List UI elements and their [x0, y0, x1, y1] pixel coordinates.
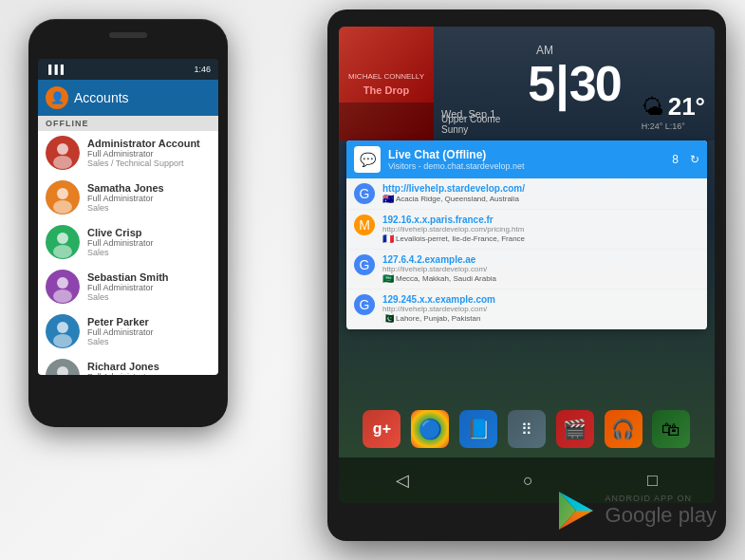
play-icon-container [555, 489, 598, 532]
livechat-visitor-count: 8 [672, 153, 679, 166]
phone-signal-icon: ▐▐▐ [46, 65, 64, 74]
contact-name-sebastian: Sebastian Smith [87, 271, 211, 283]
svg-point-10 [57, 277, 68, 289]
livechat-widget[interactable]: 💬 Live Chat (Offline) Visitors - demo.ch… [346, 140, 707, 329]
visitor-location-4: 🇵🇰 Lahore, Punjab, Pakistan [382, 313, 699, 324]
phone-time: 1:46 [194, 65, 211, 74]
visitor-ip-2: 192.16.x.x.paris.france.fr [382, 215, 699, 225]
livechat-refresh-icon[interactable]: ↻ [690, 153, 699, 166]
visitor-info-4: 129.245.x.x.example.com http://livehelp.… [382, 294, 699, 324]
visitor-info-1: http://livehelp.stardevelop.com/ 🇦🇺 Acac… [382, 183, 699, 204]
phone-header: 👤 Accounts [38, 80, 218, 116]
visitor-browser-3: G [354, 254, 375, 275]
weather-sun-icon: 🌤 [642, 94, 664, 121]
contact-info-administrator: Administrator Account Full Administrator… [87, 138, 211, 168]
contact-dept-clive: Sales [87, 248, 211, 257]
play-label: ANDROID APP ON [605, 494, 717, 503]
app-icon-chrome[interactable]: 🔵 [411, 410, 449, 448]
visitor-flag-3: 🇸🇦 [382, 273, 394, 284]
tablet-recent-btn[interactable]: □ [647, 471, 658, 491]
contact-role-richard: Full Administrator [87, 372, 211, 375]
contact-role-peter: Full Administrator [87, 327, 211, 337]
contact-info-richard: Richard Jones Full Administrator Sales [87, 361, 211, 375]
contact-item-administrator[interactable]: Administrator Account Full Administrator… [38, 131, 218, 176]
visitor-flag-2: 🇫🇷 [382, 233, 394, 244]
contact-role-sebastian: Full Administrator [87, 283, 211, 292]
contact-dept-peter: Sales [87, 337, 211, 346]
contact-role-samatha: Full Administrator [87, 194, 211, 203]
svg-point-2 [53, 156, 72, 169]
app-icon-books[interactable]: 📘 [459, 410, 497, 448]
svg-point-4 [57, 188, 68, 199]
app-icons-row: g+ 🔵 📘 ⠿ 🎬 🎧 🛍 [339, 404, 715, 454]
weather-temperature: 21° [668, 92, 705, 121]
tablet-device: MICHAEL CONNELLY The Drop AM 5 | 30 Wed,… [327, 9, 726, 541]
phone-speaker [109, 32, 147, 38]
livechat-visitor-4[interactable]: G 129.245.x.x.example.com http://livehel… [346, 289, 707, 329]
app-icon-store[interactable]: 🛍 [652, 410, 690, 448]
visitor-location-2: 🇫🇷 Levallois-perret, Ile-de-France, Fran… [382, 233, 699, 244]
visitor-location-1: 🇦🇺 Acacia Ridge, Queensland, Australia [382, 194, 699, 204]
contact-avatar-clive [46, 225, 80, 259]
visitor-flag-1: 🇦🇺 [382, 194, 394, 204]
livechat-title: Live Chat (Offline) [388, 148, 664, 161]
contact-item-peter[interactable]: Peter Parker Full Administrator Sales [38, 309, 218, 354]
play-title: Google play [605, 503, 717, 528]
svg-point-11 [53, 289, 72, 303]
contact-info-clive: Clive Crisp Full Administrator Sales [87, 227, 211, 257]
phone-status-left: ▐▐▐ [46, 65, 64, 74]
app-icon-music[interactable]: 🎧 [605, 410, 643, 448]
clock-time-display: 5 | 30 [528, 59, 620, 108]
weather-temp-display: 🌤 21° H:24° L:16° [642, 92, 705, 131]
livechat-visitor-1[interactable]: G http://livehelp.stardevelop.com/ 🇦🇺 Ac… [346, 178, 707, 210]
clock-separator: | [555, 59, 568, 108]
clock-minute: 30 [569, 59, 621, 108]
play-logo-text: ANDROID APP ON Google play [605, 494, 717, 528]
visitor-browser-1: G [354, 183, 375, 204]
contact-item-sebastian[interactable]: Sebastian Smith Full Administrator Sales [38, 265, 218, 309]
livechat-visitor-3[interactable]: G 127.6.4.2.example.ae http://livehelp.s… [346, 250, 707, 289]
livechat-header: 💬 Live Chat (Offline) Visitors - demo.ch… [346, 140, 707, 178]
visitor-ip-1: http://livehelp.stardevelop.com/ [382, 183, 699, 194]
contact-item-richard[interactable]: Richard Jones Full Administrator Sales [38, 354, 218, 375]
app-icon-apps[interactable]: ⠿ [508, 410, 546, 448]
tablet-home-btn[interactable]: ○ [523, 471, 533, 491]
contact-name-peter: Peter Parker [87, 316, 211, 327]
contact-avatar-sebastian [46, 270, 80, 304]
app-icon-video[interactable]: 🎬 [556, 410, 594, 448]
phone-status-bar: ▐▐▐ 1:46 [38, 59, 218, 80]
livechat-icon: 💬 [354, 146, 381, 173]
contact-item-samatha[interactable]: Samatha Jones Full Administrator Sales [38, 176, 218, 220]
visitor-location-3: 🇸🇦 Mecca, Makkah, Saudi Arabia [382, 273, 699, 284]
visitor-info-3: 127.6.4.2.example.ae http://livehelp.sta… [382, 254, 699, 284]
livechat-subtitle: Visitors - demo.chat.stardevelop.net [388, 161, 664, 171]
contact-name-richard: Richard Jones [87, 361, 211, 372]
user-icon: 👤 [50, 91, 65, 104]
book-title: The Drop [363, 84, 409, 96]
contact-dept-samatha: Sales [87, 203, 211, 213]
svg-point-7 [57, 233, 68, 244]
contact-role-clive: Full Administrator [87, 238, 211, 248]
phone-header-title: Accounts [74, 90, 129, 105]
contact-item-clive[interactable]: Clive Crisp Full Administrator Sales [38, 220, 218, 265]
visitor-ip-4: 129.245.x.x.example.com [382, 294, 699, 305]
livechat-header-info: Live Chat (Offline) Visitors - demo.chat… [388, 148, 664, 171]
contact-avatar-samatha [46, 180, 80, 215]
visitor-info-2: 192.16.x.x.paris.france.fr http://livehe… [382, 215, 699, 244]
visitor-browser-4: G [354, 294, 375, 315]
contact-avatar-richard [46, 359, 80, 375]
visitor-url-2: http://livehelp.stardevelop.com/pricing.… [382, 225, 699, 233]
contact-avatar-administrator [46, 136, 80, 170]
svg-point-13 [57, 322, 68, 333]
play-store-icon [557, 490, 595, 532]
app-icon-google-plus[interactable]: g+ [363, 410, 400, 448]
tablet-back-btn[interactable]: ◁ [396, 470, 409, 491]
contact-role-administrator: Full Administrator [87, 149, 211, 159]
phone-contact-list[interactable]: Administrator Account Full Administrator… [38, 131, 218, 375]
contact-dept-sebastian: Sales [87, 292, 211, 302]
visitor-browser-2: M [354, 215, 375, 235]
tablet-top-widgets: MICHAEL CONNELLY The Drop AM 5 | 30 Wed,… [339, 27, 715, 140]
google-play-badge[interactable]: ANDROID APP ON Google play [555, 489, 717, 532]
visitor-flag-4: 🇵🇰 [382, 313, 394, 324]
livechat-visitor-2[interactable]: M 192.16.x.x.paris.france.fr http://live… [346, 210, 707, 250]
